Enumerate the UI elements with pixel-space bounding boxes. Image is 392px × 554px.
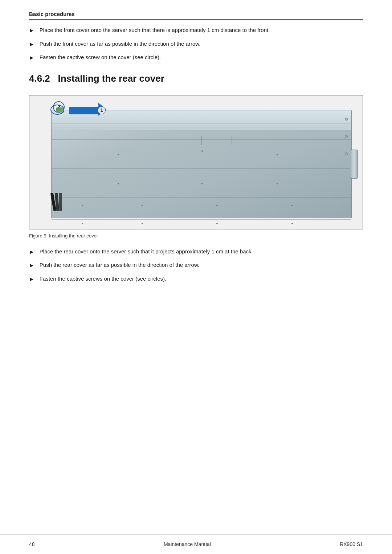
screw-dot [277,183,278,184]
screw-dot [291,205,293,206]
bullet-text: Fasten the captive screw on the cover (s… [40,53,161,62]
screw-dot [82,223,83,224]
vent-mark [232,136,232,145]
list-item: ► Place the rear cover onto the server s… [29,248,363,256]
screw-circle [345,118,348,121]
bullet-arrow-icon: ► [29,27,34,35]
bullet-list-top: ► Place the front cover onto the server … [29,26,363,62]
section-divider [29,19,363,20]
arrow-body [69,107,98,114]
bullet-list-bottom: ► Place the rear cover onto the server s… [29,248,363,284]
bullet-arrow-icon: ► [29,261,34,270]
cable-icon [59,193,62,211]
server-hline [52,219,351,220]
list-item: ► Push the front cover as far as possibl… [29,40,363,49]
screw-dot [142,205,143,206]
figure-container: 2 1 [29,95,363,229]
screw-dot [118,154,119,155]
server-handle [350,150,358,179]
server-hline [52,168,351,169]
bullet-arrow-icon: ► [29,54,34,62]
screw-dot [201,183,203,184]
screw-circle [345,135,348,138]
bullet-arrow-icon: ► [29,40,34,49]
screw-dot [291,223,293,224]
vent-mark [201,136,202,145]
footer-right-text: RX900 S1 [340,541,363,547]
content-area: Basic procedures ► Place the front cover… [0,0,392,532]
list-item: ► Place the front cover onto the server … [29,26,363,35]
screw-circle [345,152,348,155]
bullet-text: Place the rear cover onto the server suc… [40,248,253,256]
screw-dot [277,154,278,155]
server-hline [52,197,351,198]
screw-dot [142,223,143,224]
screw-dot [216,205,218,206]
page-footer: 48 Maintenance Manual RX900 S1 [0,534,392,554]
panel-line [52,123,351,124]
screw-dot [216,223,218,224]
screw-dot [118,183,119,184]
footer-center-text: Maintenance Manual [164,541,211,547]
figure-caption: Figure 9: Installing the rear cover [29,233,363,239]
screw-circle-marker [50,105,64,115]
section-header-label: Basic procedures [29,11,363,17]
section-name-text: Installing the rear cover [58,73,164,84]
section-title: 4.6.2 Installing the rear cover [29,73,363,84]
list-item: ► Fasten the captive screws on the cover… [29,275,363,284]
section-number-text: 4.6.2 [29,73,58,84]
bullet-arrow-icon: ► [29,275,34,284]
list-item: ► Push the rear cover as far as possible… [29,261,363,270]
page-number: 48 [29,541,35,547]
screw-dot [201,150,203,152]
list-item: ► Fasten the captive screw on the cover … [29,53,363,62]
bullet-text: Place the front cover onto the server su… [40,26,270,34]
server-body [51,110,352,218]
screw-dot [82,205,83,206]
marker-circle-1: 1 [98,106,106,114]
bullet-text: Push the rear cover as far as possible i… [40,261,199,269]
bullet-text: Fasten the captive screws on the cover (… [40,275,166,283]
bullet-text: Push the front cover as far as possible … [40,40,201,48]
section-header: Basic procedures [29,11,363,20]
page-container: Basic procedures ► Place the front cover… [0,0,392,554]
server-right-screws [345,118,348,155]
panel-line [52,117,351,117]
bullet-arrow-icon: ► [29,248,34,256]
